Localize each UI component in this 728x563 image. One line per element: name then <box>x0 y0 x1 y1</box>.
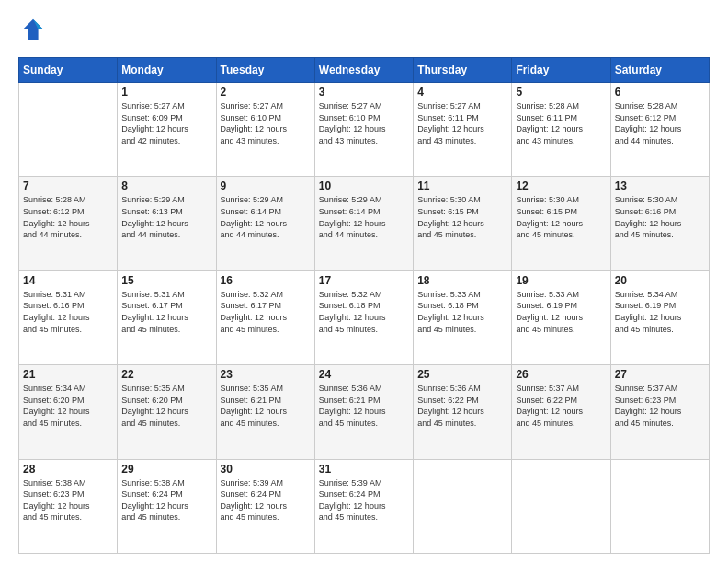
weekday-header: Tuesday <box>216 58 314 83</box>
calendar-cell: 9Sunrise: 5:29 AM Sunset: 6:14 PM Daylig… <box>216 177 314 270</box>
calendar-header-row: SundayMondayTuesdayWednesdayThursdayFrid… <box>19 58 710 83</box>
calendar-week-row: 1Sunrise: 5:27 AM Sunset: 6:09 PM Daylig… <box>19 83 710 177</box>
day-number: 17 <box>319 274 409 287</box>
day-info: Sunrise: 5:33 AM Sunset: 6:19 PM Dayligh… <box>516 289 606 335</box>
calendar-cell: 3Sunrise: 5:27 AM Sunset: 6:10 PM Daylig… <box>314 83 413 177</box>
day-info: Sunrise: 5:38 AM Sunset: 6:24 PM Dayligh… <box>121 477 211 523</box>
page: SundayMondayTuesdayWednesdayThursdayFrid… <box>0 0 728 563</box>
calendar-week-row: 21Sunrise: 5:34 AM Sunset: 6:20 PM Dayli… <box>19 365 710 459</box>
calendar-table: SundayMondayTuesdayWednesdayThursdayFrid… <box>18 57 710 554</box>
calendar-cell: 12Sunrise: 5:30 AM Sunset: 6:15 PM Dayli… <box>512 177 610 270</box>
day-number: 21 <box>23 368 113 381</box>
day-number: 19 <box>516 274 606 287</box>
calendar-cell: 31Sunrise: 5:39 AM Sunset: 6:24 PM Dayli… <box>314 459 413 553</box>
calendar-cell: 14Sunrise: 5:31 AM Sunset: 6:16 PM Dayli… <box>19 270 118 364</box>
day-number: 4 <box>417 86 507 98</box>
calendar-cell: 6Sunrise: 5:28 AM Sunset: 6:12 PM Daylig… <box>610 83 709 177</box>
day-info: Sunrise: 5:27 AM Sunset: 6:10 PM Dayligh… <box>319 100 409 146</box>
calendar-cell: 11Sunrise: 5:30 AM Sunset: 6:15 PM Dayli… <box>414 177 512 270</box>
calendar-cell: 4Sunrise: 5:27 AM Sunset: 6:11 PM Daylig… <box>414 83 512 177</box>
day-number: 9 <box>221 179 311 192</box>
calendar-cell: 25Sunrise: 5:36 AM Sunset: 6:22 PM Dayli… <box>414 365 512 459</box>
calendar-cell: 26Sunrise: 5:37 AM Sunset: 6:22 PM Dayli… <box>512 365 610 459</box>
calendar-week-row: 14Sunrise: 5:31 AM Sunset: 6:16 PM Dayli… <box>19 270 710 364</box>
day-number: 12 <box>516 179 606 192</box>
day-info: Sunrise: 5:27 AM Sunset: 6:09 PM Dayligh… <box>121 100 211 146</box>
logo-icon <box>20 17 46 42</box>
day-number: 24 <box>319 368 409 381</box>
day-number: 27 <box>615 368 705 381</box>
day-info: Sunrise: 5:30 AM Sunset: 6:16 PM Dayligh… <box>615 194 705 240</box>
day-info: Sunrise: 5:32 AM Sunset: 6:17 PM Dayligh… <box>221 289 311 335</box>
day-number: 6 <box>615 86 705 98</box>
day-number: 26 <box>516 368 606 381</box>
day-info: Sunrise: 5:29 AM Sunset: 6:13 PM Dayligh… <box>121 194 211 240</box>
calendar-cell: 20Sunrise: 5:34 AM Sunset: 6:19 PM Dayli… <box>610 270 709 364</box>
weekday-header: Thursday <box>414 58 512 83</box>
calendar-cell: 27Sunrise: 5:37 AM Sunset: 6:23 PM Dayli… <box>610 365 709 459</box>
day-number: 18 <box>417 274 507 287</box>
day-number: 16 <box>221 274 311 287</box>
day-number: 2 <box>221 86 311 98</box>
day-number: 25 <box>417 368 507 381</box>
calendar-cell: 5Sunrise: 5:28 AM Sunset: 6:11 PM Daylig… <box>512 83 610 177</box>
weekday-header: Wednesday <box>314 58 413 83</box>
calendar-cell: 7Sunrise: 5:28 AM Sunset: 6:12 PM Daylig… <box>19 177 118 270</box>
header <box>18 17 710 46</box>
day-number: 15 <box>121 274 211 287</box>
calendar-cell: 23Sunrise: 5:35 AM Sunset: 6:21 PM Dayli… <box>216 365 314 459</box>
calendar-cell: 10Sunrise: 5:29 AM Sunset: 6:14 PM Dayli… <box>314 177 413 270</box>
calendar-cell: 8Sunrise: 5:29 AM Sunset: 6:13 PM Daylig… <box>118 177 216 270</box>
day-info: Sunrise: 5:37 AM Sunset: 6:23 PM Dayligh… <box>615 383 705 429</box>
day-info: Sunrise: 5:35 AM Sunset: 6:20 PM Dayligh… <box>121 383 211 429</box>
day-info: Sunrise: 5:33 AM Sunset: 6:18 PM Dayligh… <box>417 289 507 335</box>
day-info: Sunrise: 5:35 AM Sunset: 6:21 PM Dayligh… <box>221 383 311 429</box>
day-number: 5 <box>516 86 606 98</box>
day-number: 30 <box>221 463 311 476</box>
calendar-week-row: 28Sunrise: 5:38 AM Sunset: 6:23 PM Dayli… <box>19 459 710 553</box>
calendar-cell: 22Sunrise: 5:35 AM Sunset: 6:20 PM Dayli… <box>118 365 216 459</box>
day-info: Sunrise: 5:37 AM Sunset: 6:22 PM Dayligh… <box>516 383 606 429</box>
day-number: 29 <box>121 463 211 476</box>
day-number: 10 <box>319 179 409 192</box>
calendar-cell: 24Sunrise: 5:36 AM Sunset: 6:21 PM Dayli… <box>314 365 413 459</box>
day-info: Sunrise: 5:39 AM Sunset: 6:24 PM Dayligh… <box>319 477 409 523</box>
day-info: Sunrise: 5:31 AM Sunset: 6:17 PM Dayligh… <box>121 289 211 335</box>
day-number: 28 <box>23 463 113 476</box>
day-info: Sunrise: 5:32 AM Sunset: 6:18 PM Dayligh… <box>319 289 409 335</box>
day-info: Sunrise: 5:39 AM Sunset: 6:24 PM Dayligh… <box>221 477 311 523</box>
day-info: Sunrise: 5:28 AM Sunset: 6:12 PM Dayligh… <box>23 194 113 240</box>
day-info: Sunrise: 5:30 AM Sunset: 6:15 PM Dayligh… <box>516 194 606 240</box>
day-info: Sunrise: 5:27 AM Sunset: 6:10 PM Dayligh… <box>221 100 311 146</box>
calendar-cell <box>512 459 610 553</box>
day-info: Sunrise: 5:38 AM Sunset: 6:23 PM Dayligh… <box>23 477 113 523</box>
weekday-header: Saturday <box>610 58 709 83</box>
day-number: 14 <box>23 274 113 287</box>
logo <box>18 17 46 46</box>
day-number: 23 <box>221 368 311 381</box>
calendar-cell: 13Sunrise: 5:30 AM Sunset: 6:16 PM Dayli… <box>610 177 709 270</box>
calendar-cell: 30Sunrise: 5:39 AM Sunset: 6:24 PM Dayli… <box>216 459 314 553</box>
day-number: 13 <box>615 179 705 192</box>
day-info: Sunrise: 5:31 AM Sunset: 6:16 PM Dayligh… <box>23 289 113 335</box>
calendar-cell: 19Sunrise: 5:33 AM Sunset: 6:19 PM Dayli… <box>512 270 610 364</box>
day-info: Sunrise: 5:34 AM Sunset: 6:20 PM Dayligh… <box>23 383 113 429</box>
calendar-cell: 21Sunrise: 5:34 AM Sunset: 6:20 PM Dayli… <box>19 365 118 459</box>
day-info: Sunrise: 5:27 AM Sunset: 6:11 PM Dayligh… <box>417 100 507 146</box>
calendar-cell <box>610 459 709 553</box>
calendar-cell: 29Sunrise: 5:38 AM Sunset: 6:24 PM Dayli… <box>118 459 216 553</box>
day-info: Sunrise: 5:28 AM Sunset: 6:11 PM Dayligh… <box>516 100 606 146</box>
day-info: Sunrise: 5:29 AM Sunset: 6:14 PM Dayligh… <box>319 194 409 240</box>
day-number: 1 <box>121 86 211 98</box>
weekday-header: Monday <box>118 58 216 83</box>
calendar-cell: 17Sunrise: 5:32 AM Sunset: 6:18 PM Dayli… <box>314 270 413 364</box>
day-info: Sunrise: 5:28 AM Sunset: 6:12 PM Dayligh… <box>615 100 705 146</box>
day-info: Sunrise: 5:36 AM Sunset: 6:21 PM Dayligh… <box>319 383 409 429</box>
calendar-cell: 2Sunrise: 5:27 AM Sunset: 6:10 PM Daylig… <box>216 83 314 177</box>
day-number: 31 <box>319 463 409 476</box>
weekday-header: Friday <box>512 58 610 83</box>
calendar-cell: 18Sunrise: 5:33 AM Sunset: 6:18 PM Dayli… <box>414 270 512 364</box>
calendar-cell: 28Sunrise: 5:38 AM Sunset: 6:23 PM Dayli… <box>19 459 118 553</box>
calendar-cell: 15Sunrise: 5:31 AM Sunset: 6:17 PM Dayli… <box>118 270 216 364</box>
day-number: 20 <box>615 274 705 287</box>
